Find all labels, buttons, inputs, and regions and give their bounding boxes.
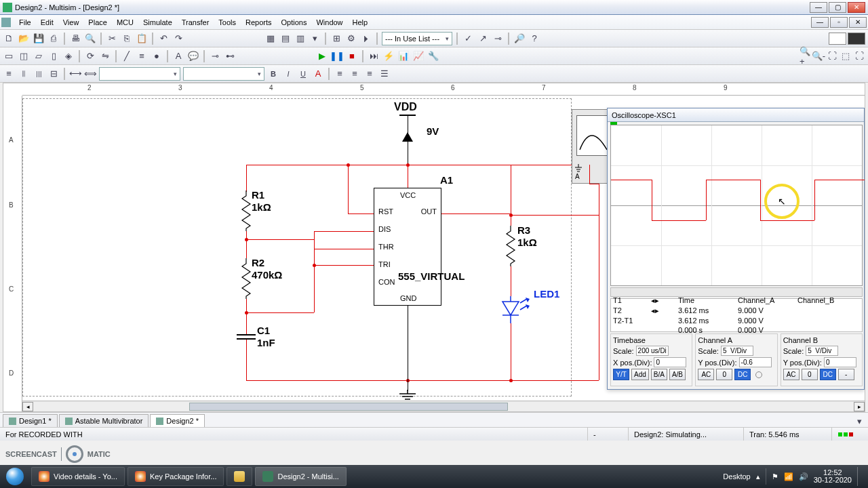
dist1-icon[interactable]: ⟷	[69, 68, 81, 80]
taskbar-item-chrome2[interactable]: Key Package Infor...	[127, 467, 224, 486]
tray-up-icon[interactable]: ▴	[756, 472, 760, 481]
mdi-restore-button[interactable]: ▫	[830, 17, 848, 28]
zoomout-icon[interactable]: 🔍-	[812, 50, 825, 62]
comp3-icon[interactable]: ▱	[33, 50, 45, 62]
tab-astable[interactable]: Astable Multivibrator	[59, 414, 149, 427]
paste-icon[interactable]: 📋	[136, 33, 148, 45]
list-icon[interactable]: ☰	[378, 68, 391, 80]
layer-dropdown[interactable]: ▾	[309, 33, 321, 45]
chip-555[interactable]: VCC RST OUT DIS THR TRI CON GND	[374, 188, 441, 306]
arrow-icon[interactable]: ↗	[477, 33, 489, 45]
start-button[interactable]	[0, 465, 30, 488]
menu-help[interactable]: Help	[349, 16, 372, 28]
a-ypos-input[interactable]	[739, 357, 772, 367]
alignl-icon[interactable]: ≡	[334, 68, 346, 80]
taskbar-item-chrome1[interactable]: Video details - Yo...	[31, 467, 125, 486]
alignr-icon[interactable]: ≡	[363, 68, 376, 80]
a-scale-input[interactable]	[721, 346, 753, 356]
run-button[interactable]: ▶	[316, 50, 328, 62]
a-ac-button[interactable]: AC	[698, 369, 714, 380]
menu-tools[interactable]: Tools	[214, 16, 240, 28]
mdi-minimize-button[interactable]: —	[811, 17, 829, 28]
b-dc-button[interactable]: DC	[820, 369, 836, 380]
italic-icon[interactable]: I	[282, 68, 294, 80]
ba-button[interactable]: B/A	[651, 369, 667, 380]
undo-icon[interactable]: ↶	[157, 33, 170, 45]
menu-reports[interactable]: Reports	[241, 16, 276, 28]
b-ypos-input[interactable]	[824, 357, 856, 367]
inuse-dropdown[interactable]: --- In Use List ---	[382, 32, 452, 45]
menu-transfer[interactable]: Transfer	[178, 16, 214, 28]
menu-options[interactable]: Options	[277, 16, 311, 28]
desktop-label[interactable]: Desktop	[723, 472, 750, 481]
menu-window[interactable]: Window	[312, 16, 347, 28]
sim-icon[interactable]: ⏵	[360, 33, 372, 45]
b-minus-button[interactable]: -	[838, 369, 854, 380]
resistor-r2[interactable]	[241, 258, 252, 299]
copy-icon[interactable]: ⎘	[121, 33, 133, 45]
scroll-thumb[interactable]	[189, 403, 508, 411]
scroll-left-icon[interactable]: ◂	[22, 402, 33, 411]
align3-icon[interactable]: ⫼	[33, 68, 45, 80]
comment-icon[interactable]: 💬	[187, 50, 199, 62]
volume-icon[interactable]: 🔊	[799, 472, 808, 481]
redo-icon[interactable]: ↷	[172, 33, 184, 45]
close-button[interactable]: ✕	[848, 2, 865, 13]
search-icon[interactable]: 🔎	[513, 33, 526, 45]
probe2-icon[interactable]: ⊷	[224, 50, 236, 62]
tab-design1[interactable]: Design1 *	[3, 414, 58, 427]
interactive-icon[interactable]: ⚡	[382, 50, 395, 62]
grid-icon[interactable]: ▦	[264, 33, 277, 45]
comp2-icon[interactable]: ◫	[18, 50, 30, 62]
a-0-button[interactable]: 0	[716, 369, 732, 380]
zoomfit-icon[interactable]: ⛶	[826, 50, 838, 62]
fullscreen-icon[interactable]: ⛶	[853, 50, 865, 62]
analysis-icon[interactable]: ⚙	[345, 33, 357, 45]
oscilloscope-window[interactable]: Oscilloscope-XSC1	[607, 108, 865, 390]
menu-file[interactable]: File	[15, 16, 35, 28]
grapher-icon[interactable]: 📈	[412, 50, 425, 62]
dist2-icon[interactable]: ⟺	[84, 68, 96, 80]
yt-button[interactable]: Y/T	[613, 369, 629, 380]
text-icon[interactable]: A	[172, 50, 184, 62]
minimize-button[interactable]: —	[810, 2, 827, 13]
schematic-canvas[interactable]: 2 3 4 5 6 7 8 9 A B C D VDD 9V R1	[3, 83, 865, 412]
tabs-menu-icon[interactable]: ▾	[853, 415, 865, 427]
flip-icon[interactable]: ⇋	[99, 50, 111, 62]
align2-icon[interactable]: ⫴	[18, 68, 30, 80]
bold-icon[interactable]: B	[267, 68, 279, 80]
b-0-button[interactable]: 0	[802, 369, 818, 380]
network-icon[interactable]: 📶	[784, 472, 793, 481]
bus-icon[interactable]: ≡	[136, 50, 148, 62]
menu-simulate[interactable]: Simulate	[139, 16, 176, 28]
stop-button[interactable]: ■	[346, 50, 358, 62]
step-icon[interactable]: ⏭	[368, 50, 380, 62]
align1-icon[interactable]: ≡	[3, 68, 15, 80]
zoomarea-icon[interactable]: ⬚	[840, 50, 852, 62]
menu-mcu[interactable]: MCU	[113, 16, 138, 28]
check-icon[interactable]: ✓	[462, 33, 474, 45]
menu-view[interactable]: View	[59, 16, 83, 28]
xpos-input[interactable]	[654, 357, 686, 367]
maximize-button[interactable]: ▢	[829, 2, 846, 13]
tab-design2[interactable]: Design2 *	[150, 414, 205, 427]
resistor-r1[interactable]	[241, 190, 252, 231]
mdi-close-button[interactable]: ✕	[849, 17, 867, 28]
postproc-icon[interactable]: 📊	[397, 50, 410, 62]
ab-button[interactable]: A/B	[669, 369, 686, 380]
junction-icon[interactable]: ●	[151, 50, 163, 62]
help-icon[interactable]: ?	[528, 33, 540, 45]
led-icon[interactable]	[500, 296, 540, 323]
underline-icon[interactable]: U	[297, 68, 309, 80]
preview-icon[interactable]: 🔍	[84, 33, 96, 45]
open-icon[interactable]: 📂	[18, 33, 30, 45]
db-icon[interactable]: ⊞	[330, 33, 342, 45]
instrument-oscilloscope[interactable]: A	[572, 109, 612, 184]
canvas-hscroll[interactable]: ◂ ▸	[22, 401, 865, 411]
save-icon[interactable]: 💾	[33, 33, 45, 45]
font-dropdown[interactable]	[99, 67, 180, 81]
resistor-r3[interactable]	[505, 226, 516, 266]
probe1-icon[interactable]: ⊸	[209, 50, 221, 62]
scroll-right-icon[interactable]: ▸	[854, 402, 865, 411]
flag-icon[interactable]: ⚑	[772, 472, 778, 481]
